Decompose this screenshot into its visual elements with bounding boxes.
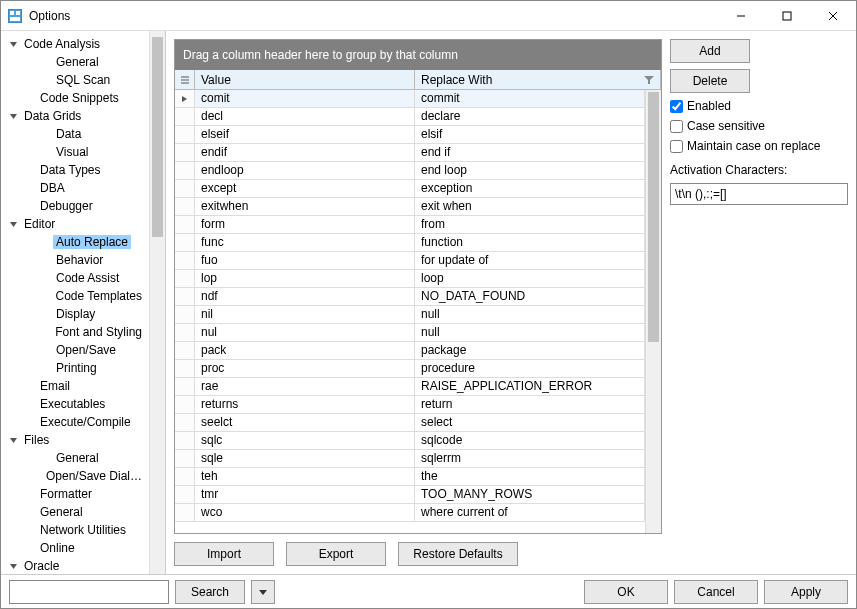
- table-row[interactable]: seelctselect: [175, 414, 645, 432]
- restore-defaults-button[interactable]: Restore Defaults: [398, 542, 518, 566]
- cell-replace-with[interactable]: return: [415, 396, 645, 413]
- tree-item[interactable]: Email: [1, 377, 149, 395]
- tree-item[interactable]: Code Templates: [1, 287, 149, 305]
- tree-item[interactable]: Data Grids: [1, 107, 149, 125]
- cell-replace-with[interactable]: the: [415, 468, 645, 485]
- cell-value[interactable]: rae: [195, 378, 415, 395]
- cell-value[interactable]: pack: [195, 342, 415, 359]
- cell-value[interactable]: nil: [195, 306, 415, 323]
- cell-replace-with[interactable]: declare: [415, 108, 645, 125]
- cell-value[interactable]: wco: [195, 504, 415, 521]
- cell-replace-with[interactable]: end loop: [415, 162, 645, 179]
- delete-button[interactable]: Delete: [670, 69, 750, 93]
- tree-item[interactable]: Printing: [1, 359, 149, 377]
- column-header-replace[interactable]: Replace With: [415, 70, 661, 89]
- table-row[interactable]: endifend if: [175, 144, 645, 162]
- table-row[interactable]: exceptexception: [175, 180, 645, 198]
- table-row[interactable]: tehthe: [175, 468, 645, 486]
- grid-body[interactable]: comitcommitdecldeclareelseifelsifendifen…: [175, 90, 645, 533]
- cell-replace-with[interactable]: exit when: [415, 198, 645, 215]
- collapse-icon[interactable]: [9, 40, 21, 49]
- collapse-icon[interactable]: [9, 220, 21, 229]
- apply-button[interactable]: Apply: [764, 580, 848, 604]
- maximize-button[interactable]: [764, 1, 810, 31]
- table-row[interactable]: nilnull: [175, 306, 645, 324]
- case-sensitive-checkbox[interactable]: [670, 120, 683, 133]
- group-by-bar[interactable]: Drag a column header here to group by th…: [175, 40, 661, 70]
- ok-button[interactable]: OK: [584, 580, 668, 604]
- tree-item[interactable]: SQL Scan: [1, 71, 149, 89]
- tree-item[interactable]: General: [1, 449, 149, 467]
- cell-replace-with[interactable]: TOO_MANY_ROWS: [415, 486, 645, 503]
- table-row[interactable]: fuofor update of: [175, 252, 645, 270]
- enabled-checkbox[interactable]: [670, 100, 683, 113]
- cell-replace-with[interactable]: RAISE_APPLICATION_ERROR: [415, 378, 645, 395]
- cell-replace-with[interactable]: commit: [415, 90, 645, 107]
- tree-item[interactable]: General: [1, 53, 149, 71]
- tree-item[interactable]: DBA: [1, 179, 149, 197]
- cell-value[interactable]: ndf: [195, 288, 415, 305]
- tree-item[interactable]: Behavior: [1, 251, 149, 269]
- cell-replace-with[interactable]: for update of: [415, 252, 645, 269]
- tree-item[interactable]: Debugger: [1, 197, 149, 215]
- cell-replace-with[interactable]: function: [415, 234, 645, 251]
- cell-value[interactable]: returns: [195, 396, 415, 413]
- options-tree[interactable]: Code AnalysisGeneralSQL ScanCode Snippet…: [1, 31, 149, 574]
- cell-replace-with[interactable]: exception: [415, 180, 645, 197]
- tree-item[interactable]: Code Analysis: [1, 35, 149, 53]
- table-row[interactable]: endloopend loop: [175, 162, 645, 180]
- cell-replace-with[interactable]: procedure: [415, 360, 645, 377]
- tree-scrollbar[interactable]: [149, 31, 165, 574]
- table-row[interactable]: elseifelsif: [175, 126, 645, 144]
- tree-item[interactable]: Data: [1, 125, 149, 143]
- cell-value[interactable]: func: [195, 234, 415, 251]
- table-row[interactable]: decldeclare: [175, 108, 645, 126]
- collapse-icon[interactable]: [9, 436, 21, 445]
- export-button[interactable]: Export: [286, 542, 386, 566]
- cell-replace-with[interactable]: null: [415, 306, 645, 323]
- tree-item[interactable]: Open/Save: [1, 341, 149, 359]
- tree-item[interactable]: Code Assist: [1, 269, 149, 287]
- cell-value[interactable]: exitwhen: [195, 198, 415, 215]
- column-header-value[interactable]: Value: [195, 70, 415, 89]
- row-indicator-header[interactable]: [175, 70, 195, 89]
- cell-replace-with[interactable]: null: [415, 324, 645, 341]
- minimize-button[interactable]: [718, 1, 764, 31]
- cell-value[interactable]: lop: [195, 270, 415, 287]
- maintain-case-checkbox[interactable]: [670, 140, 683, 153]
- cell-value[interactable]: nul: [195, 324, 415, 341]
- tree-item[interactable]: Display: [1, 305, 149, 323]
- table-row[interactable]: sqlcsqlcode: [175, 432, 645, 450]
- cell-value[interactable]: sqlc: [195, 432, 415, 449]
- table-row[interactable]: ndfNO_DATA_FOUND: [175, 288, 645, 306]
- cell-value[interactable]: except: [195, 180, 415, 197]
- table-row[interactable]: procprocedure: [175, 360, 645, 378]
- add-button[interactable]: Add: [670, 39, 750, 63]
- search-dropdown-button[interactable]: [251, 580, 275, 604]
- tree-item[interactable]: Oracle: [1, 557, 149, 574]
- cell-replace-with[interactable]: where current of: [415, 504, 645, 521]
- maintain-case-checkbox-row[interactable]: Maintain case on replace: [670, 139, 848, 153]
- cell-replace-with[interactable]: loop: [415, 270, 645, 287]
- tree-item[interactable]: Editor: [1, 215, 149, 233]
- cell-replace-with[interactable]: elsif: [415, 126, 645, 143]
- cell-value[interactable]: form: [195, 216, 415, 233]
- case-sensitive-checkbox-row[interactable]: Case sensitive: [670, 119, 848, 133]
- cell-replace-with[interactable]: sqlcode: [415, 432, 645, 449]
- tree-item[interactable]: Online: [1, 539, 149, 557]
- cell-value[interactable]: endif: [195, 144, 415, 161]
- tree-item[interactable]: Data Types: [1, 161, 149, 179]
- cell-value[interactable]: comit: [195, 90, 415, 107]
- collapse-icon[interactable]: [9, 562, 21, 571]
- table-row[interactable]: wcowhere current of: [175, 504, 645, 522]
- cell-replace-with[interactable]: select: [415, 414, 645, 431]
- cell-replace-with[interactable]: NO_DATA_FOUND: [415, 288, 645, 305]
- cell-value[interactable]: proc: [195, 360, 415, 377]
- tree-item[interactable]: Auto Replace: [1, 233, 149, 251]
- tree-item[interactable]: Files: [1, 431, 149, 449]
- tree-item[interactable]: General: [1, 503, 149, 521]
- table-row[interactable]: raeRAISE_APPLICATION_ERROR: [175, 378, 645, 396]
- tree-item[interactable]: Executables: [1, 395, 149, 413]
- cell-value[interactable]: endloop: [195, 162, 415, 179]
- collapse-icon[interactable]: [9, 112, 21, 121]
